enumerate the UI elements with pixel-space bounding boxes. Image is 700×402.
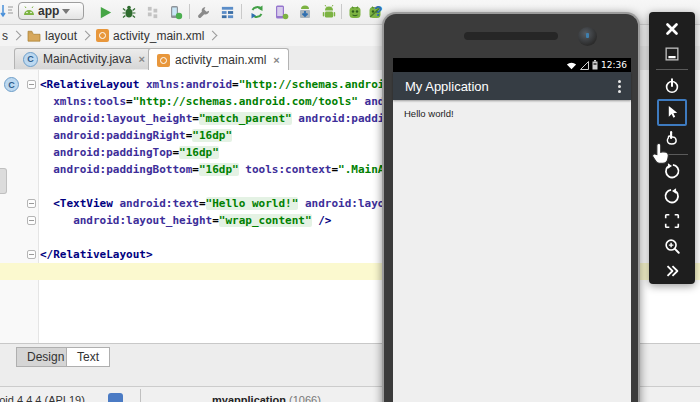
- breadcrumb-label: activity_main.xml: [113, 29, 204, 43]
- fold-marker[interactable]: [27, 216, 36, 225]
- tool-window-handle[interactable]: [0, 168, 7, 194]
- process-name: myapplication: [212, 394, 286, 402]
- folder-icon: [27, 30, 41, 42]
- toolbar-divider: [656, 69, 688, 70]
- device-selector[interactable]: Android 4.4.4 (API 19): [0, 394, 85, 402]
- phone-camera: [578, 27, 597, 46]
- minimize-icon: [663, 45, 681, 63]
- rotate-right-button[interactable]: [657, 183, 687, 208]
- project-structure-button[interactable]: [218, 3, 236, 21]
- breadcrumb-label: s: [2, 29, 8, 43]
- power-icon: [663, 77, 681, 95]
- phone-speaker: [464, 32, 558, 40]
- wrench-icon[interactable]: [194, 3, 212, 21]
- android-status-bar: 12:36: [393, 58, 631, 72]
- changed-lines-icon[interactable]: [0, 3, 16, 21]
- toolbar-separator: [241, 4, 242, 19]
- cursor-arrow-icon: [664, 104, 680, 120]
- xml-file-icon: [96, 29, 109, 42]
- run-configuration-label: app: [38, 4, 59, 18]
- rotate-cw-icon: [663, 187, 681, 205]
- coverage-button[interactable]: [144, 3, 162, 21]
- tab-label: Text: [77, 350, 99, 364]
- app-action-bar: My Application: [393, 72, 631, 100]
- tab-text[interactable]: Text: [66, 347, 110, 367]
- chevron-right-icon: [12, 31, 22, 41]
- fold-marker[interactable]: [27, 199, 36, 208]
- chevron-right-icon: [81, 31, 91, 41]
- android-head-icon: [23, 6, 35, 16]
- close-tab-icon[interactable]: ×: [138, 53, 144, 65]
- fold-marker[interactable]: [27, 250, 36, 259]
- minimize-button[interactable]: [657, 41, 687, 66]
- breadcrumb-item-layout[interactable]: layout: [25, 29, 79, 43]
- zoom-in-button[interactable]: [657, 234, 687, 259]
- battery-icon: [592, 60, 598, 70]
- mouse-cursor-hand: [651, 142, 671, 168]
- hello-world-text: Hello world!: [404, 108, 454, 119]
- xml-file-icon: [157, 54, 170, 67]
- toolbar-separator: [189, 4, 190, 19]
- tab-label: Design: [27, 350, 64, 364]
- sdk-manager-button[interactable]: [296, 3, 314, 21]
- context-class-gutter-icon[interactable]: C: [4, 77, 19, 92]
- close-button[interactable]: [657, 16, 687, 41]
- toolbar-separator: [341, 4, 342, 19]
- class-icon: C: [23, 52, 38, 67]
- process-package-prefix: …: [198, 394, 209, 402]
- inspect-code-icon[interactable]: [346, 3, 364, 21]
- android-studio-window: app: [0, 0, 700, 402]
- breadcrumb-label: layout: [45, 29, 77, 43]
- pointer-button[interactable]: [657, 99, 687, 126]
- avd-manager-button[interactable]: [320, 3, 338, 21]
- chevron-right-icon: [208, 31, 218, 41]
- editor-gutter: C: [0, 70, 39, 343]
- wifi-icon: [566, 61, 577, 70]
- magnifier-plus-icon: [663, 237, 681, 255]
- close-icon: [663, 20, 681, 38]
- emulator-window: 12:36 My Application Hello world!: [382, 12, 640, 402]
- fold-marker[interactable]: [27, 80, 36, 89]
- breadcrumb-item-activity-main[interactable]: activity_main.xml: [94, 29, 206, 43]
- clock-text: 12:36: [601, 60, 627, 70]
- breadcrumb-item-res[interactable]: s: [0, 29, 10, 43]
- screenshot-button[interactable]: [657, 208, 687, 233]
- emulator-screen[interactable]: 12:36 My Application Hello world!: [393, 58, 631, 402]
- overflow-menu-icon[interactable]: [618, 80, 621, 93]
- logcat-icon[interactable]: [108, 393, 123, 402]
- tab-mainactivity-java[interactable]: C MainActivity.java ×: [14, 48, 154, 69]
- frame-capture-icon: [663, 212, 681, 230]
- statusbar-separator: [140, 389, 141, 402]
- sync-project-button[interactable]: [248, 3, 266, 21]
- debug-button[interactable]: [120, 3, 138, 21]
- tab-label: MainActivity.java: [43, 52, 131, 66]
- more-button[interactable]: [657, 259, 687, 284]
- help-icon[interactable]: ?: [374, 3, 383, 19]
- power-button[interactable]: [657, 73, 687, 98]
- run-configuration-dropdown[interactable]: app: [18, 2, 84, 20]
- device-monitor-button[interactable]: [272, 3, 290, 21]
- chevron-down-icon: [62, 9, 70, 14]
- process-id: (1066): [289, 394, 321, 402]
- attach-debugger-button[interactable]: [166, 3, 184, 21]
- app-content: Hello world!: [393, 100, 631, 402]
- run-button[interactable]: [96, 3, 114, 21]
- tab-activity-main-xml[interactable]: activity_main.xml ×: [148, 48, 289, 71]
- app-title: My Application: [393, 79, 618, 94]
- process-selector[interactable]: … myapplication (1066): [198, 394, 321, 402]
- tab-label: activity_main.xml: [175, 53, 266, 67]
- double-chevron-right-icon: [663, 262, 681, 280]
- signal-icon: [580, 61, 589, 70]
- close-tab-icon[interactable]: ×: [273, 54, 279, 66]
